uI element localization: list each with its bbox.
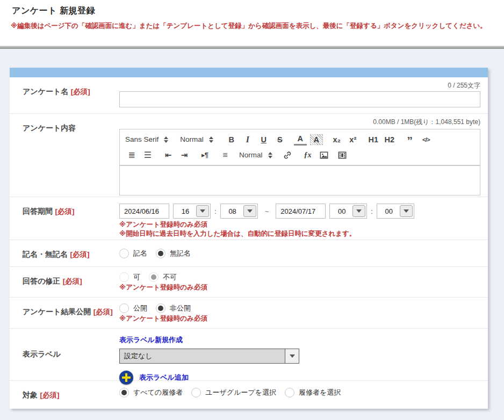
start-minute-input[interactable] [222,207,243,215]
create-display-label-link[interactable]: 表示ラベル新規作成 [119,336,183,344]
anonymity-label: 記名・無記名 [23,250,68,258]
editor-content-area[interactable] [119,165,480,195]
required-badge: [必須] [63,277,82,285]
row-target: 対象 [必須] すべての履修者 ユーザグループを選択 [10,380,488,409]
superscript-icon[interactable]: x² [347,133,359,147]
radio-circle-icon [191,388,201,397]
indent-icon[interactable]: ⇥ [178,148,191,162]
font-picker-value: Sans Serif [125,135,159,143]
radio-option-named[interactable]: 記名 [119,249,147,258]
char-counter: 0 / 255文字 [119,77,480,90]
start-minute-dropdown-button[interactable] [243,205,256,217]
end-minute-spinner [377,204,414,219]
ordered-list-icon[interactable]: ≣ [125,148,138,162]
align-icon[interactable]: ≡ [219,148,232,162]
editor-toolbar: Sans Serif Normal [119,129,480,165]
size-counter: 0.00MB / 1MB(残り：1,048,551 byte) [119,114,480,127]
start-minute-spinner [220,204,258,219]
survey-registration-page: アンケート 新規登録 ※編集後はページ下の「確認画面に進む」または「テンプレート… [0,0,504,420]
content-background: アンケート名 [必須] 0 / 255文字 アンケート内容 0.00MB / 1… [0,49,504,420]
start-date-input[interactable] [119,204,169,219]
updown-arrows-icon [268,152,272,158]
radio-option-all-students[interactable]: すべての履修者 [119,388,183,397]
radio-option-anonymous[interactable]: 無記名 [156,249,191,258]
radio-circle-icon [156,303,165,313]
survey-name-input[interactable] [119,91,480,107]
bullet-list-icon[interactable]: ☰ [141,148,154,162]
required-badge: [必須] [40,391,59,399]
time-colon: : [371,207,373,215]
code-block-icon[interactable]: </> [420,133,433,147]
video-icon[interactable] [338,148,351,162]
radio-circle-icon [285,388,294,397]
required-badge: [必須] [55,207,74,215]
required-badge: [必須] [70,250,89,258]
text-color-icon[interactable]: A [294,134,307,146]
display-label-select-value: 設定なし [120,349,285,363]
radio-circle-icon [119,303,129,313]
strikethrough-icon[interactable]: S [273,133,286,147]
result-label: アンケート結果公開 [23,307,91,316]
row-answer-modification: 回答の修正 [必須] 可 不可 ※アンケート登録時のみ必須 [10,266,488,297]
required-badge: [必須] [71,88,90,96]
display-label-select[interactable]: 設定なし [119,349,299,364]
plus-icon [119,371,133,385]
modify-label: 回答の修正 [23,277,60,285]
header-picker[interactable]: Normal [180,135,213,143]
end-hour-input[interactable] [331,207,352,215]
radio-option-allow[interactable]: 可 [119,272,140,282]
image-icon[interactable] [320,148,333,162]
radio-option-deny[interactable]: 不可 [149,272,177,282]
end-hour-dropdown-button[interactable] [352,205,365,217]
heading1-icon[interactable]: H1 [367,133,380,147]
period-label: 回答期間 [23,207,53,215]
required-badge: [必須] [93,308,113,316]
blockquote-icon[interactable]: ” [404,133,416,147]
font-picker[interactable]: Sans Serif [125,135,168,143]
row-answer-period: 回答期間 [必須] : [10,197,488,240]
radio-circle-icon [156,249,165,258]
header-picker-value: Normal [180,135,204,143]
size-picker[interactable]: Normal [239,151,272,159]
bold-icon[interactable]: B [225,133,238,147]
start-hour-spinner [173,204,211,219]
radio-circle-icon [119,249,129,258]
radio-option-user-group[interactable]: ユーザグループを選択 [191,388,276,397]
background-color-icon[interactable]: A [310,134,323,145]
radio-option-select-students[interactable]: 履修者を選択 [285,388,341,397]
note-past-date: ※開始日時に過去日時を入力した場合は、自動的に登録日時に変更されます。 [119,229,480,238]
italic-icon[interactable]: I [241,133,254,147]
panel-accent-bar [10,68,488,77]
edit-warning: ※編集後はページ下の「確認画面に進む」または「テンプレートとして登録」から確認画… [5,21,499,30]
chevron-down-icon [290,354,295,358]
link-icon[interactable] [283,148,296,162]
size-picker-value: Normal [239,151,263,159]
end-minute-dropdown-button[interactable] [400,205,413,217]
time-colon: : [214,207,217,215]
row-result-publication: アンケート結果公開 [必須] 公開 非公開 ※アンケート登録 [10,297,488,328]
note-required-only: ※アンケート登録時のみ必須 [119,283,480,292]
text-direction-icon[interactable]: ▸¶ [198,148,211,162]
radio-circle-icon [119,272,129,282]
note-required-only: ※アンケート登録時のみ必須 [119,314,480,323]
radio-circle-icon [119,388,129,397]
heading2-icon[interactable]: H2 [383,133,396,147]
end-hour-spinner [329,204,367,219]
formula-icon[interactable]: ƒx [301,148,314,162]
select-arrow-button[interactable] [285,349,299,363]
outdent-icon[interactable]: ⇤ [162,148,175,162]
start-hour-dropdown-button[interactable] [196,205,209,217]
end-minute-input[interactable] [378,207,400,215]
subscript-icon[interactable]: x₂ [330,133,343,147]
row-survey-content: アンケート内容 0.00MB / 1MB(残り：1,048,551 byte) … [10,113,488,197]
updown-arrows-icon [209,136,213,143]
chevron-down-icon [200,209,205,213]
radio-option-private[interactable]: 非公開 [156,303,191,313]
display-label-label: 表示ラベル [23,350,61,358]
survey-content-label: アンケート内容 [23,124,76,132]
chevron-down-icon [356,209,362,213]
end-date-input[interactable] [276,204,326,219]
start-hour-input[interactable] [175,207,196,215]
radio-option-public[interactable]: 公開 [119,303,147,313]
underline-icon[interactable]: U [257,133,270,147]
